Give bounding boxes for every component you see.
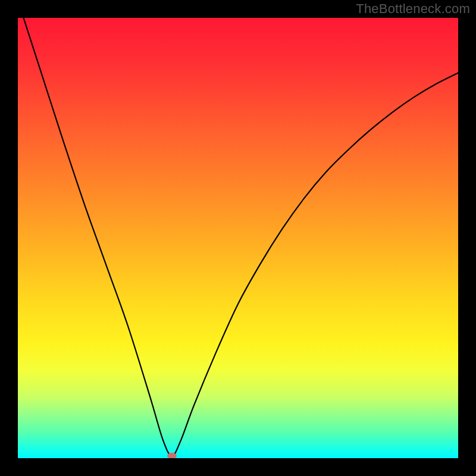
minimum-marker bbox=[167, 453, 177, 458]
plot-area bbox=[18, 18, 458, 458]
bottleneck-curve bbox=[18, 18, 458, 458]
chart-frame: TheBottleneck.com bbox=[0, 0, 476, 476]
watermark-text: TheBottleneck.com bbox=[356, 1, 470, 17]
